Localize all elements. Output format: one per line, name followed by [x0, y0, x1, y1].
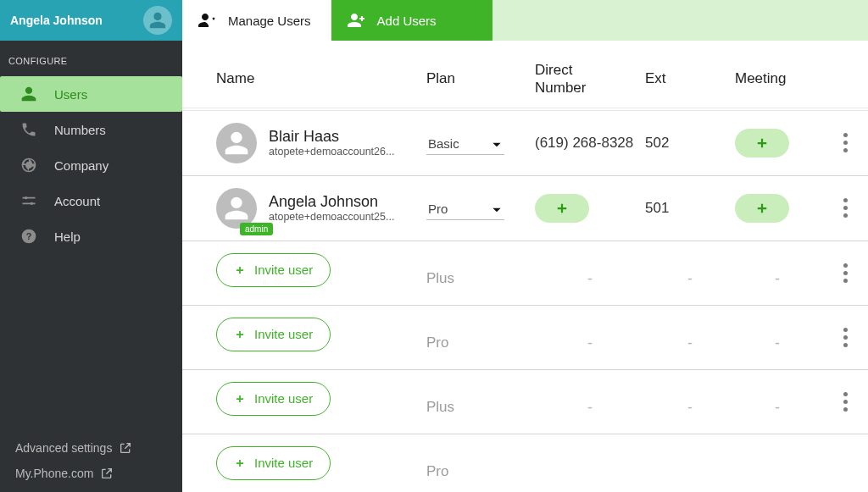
plan-select[interactable]: Basic	[426, 131, 504, 155]
user-icon	[148, 11, 167, 30]
table-header-row: Name Plan DirectNumber Ext Meeting	[182, 41, 868, 108]
current-user-name: Angela Johnson	[10, 14, 103, 27]
plan-value: Basic	[428, 136, 459, 151]
empty-user-row: Invite user Plus - - -	[182, 370, 868, 434]
sidebar-item-account[interactable]: Account	[0, 183, 182, 218]
plan-value: Plus	[426, 382, 535, 416]
user-email: atopete+demoaccount25...	[269, 211, 394, 223]
empty-value: -	[645, 318, 735, 352]
plan-select[interactable]: Pro	[426, 196, 504, 220]
col-meeting: Meeting	[735, 70, 820, 87]
invite-label: Invite user	[254, 327, 313, 341]
current-user-avatar[interactable]	[143, 6, 172, 35]
empty-value: -	[735, 318, 820, 352]
meeting-add-button[interactable]	[735, 129, 789, 158]
user-row: Blair Haas atopete+demoaccount26... Basi…	[182, 110, 868, 176]
users-table: Name Plan DirectNumber Ext Meeting Blair…	[182, 41, 868, 492]
user-cell: Blair Haas atopete+demoaccount26...	[216, 123, 426, 163]
plus-icon	[234, 393, 246, 405]
sidebar-item-help[interactable]: ? Help	[0, 218, 182, 254]
sidebar-item-users[interactable]: Users	[0, 76, 182, 112]
sidebar-item-numbers[interactable]: Numbers	[0, 112, 182, 147]
plan-value: Plus	[426, 253, 535, 287]
user-cell: admin Angela Johnson atopete+demoaccount…	[216, 188, 426, 229]
chevron-down-icon	[491, 139, 503, 151]
row-menu-button[interactable]	[820, 253, 868, 283]
tab-manage-users[interactable]: Manage Users	[182, 0, 331, 41]
empty-value: -	[535, 253, 645, 288]
invite-label: Invite user	[254, 263, 313, 277]
empty-user-row: Invite user Pro - - -	[182, 306, 868, 370]
invite-user-button[interactable]: Invite user	[216, 382, 331, 416]
col-name: Name	[216, 70, 426, 87]
main-area: Manage Users Add Users Name Plan DirectN…	[182, 0, 868, 492]
sidebar-section-title: CONFIGURE	[0, 41, 182, 76]
row-menu-button[interactable]	[820, 318, 868, 347]
plus-icon	[234, 264, 246, 276]
svg-point-1	[31, 202, 33, 205]
sidebar: Angela Johnson CONFIGURE Users Numbers C…	[0, 0, 182, 492]
tab-label: Add Users	[377, 14, 437, 28]
sidebar-item-label: Account	[54, 194, 100, 208]
phone-icon	[19, 121, 39, 138]
row-menu-button[interactable]	[820, 198, 868, 218]
empty-value: -	[535, 318, 645, 352]
user-avatar[interactable]: admin	[216, 188, 257, 229]
plus-icon	[234, 329, 246, 340]
col-ext: Ext	[645, 70, 735, 87]
user-icon	[19, 86, 39, 102]
footer-link-label: My.Phone.com	[15, 467, 93, 480]
svg-text:?: ?	[26, 231, 32, 241]
tab-bar: Manage Users Add Users	[182, 0, 868, 41]
tab-add-users[interactable]: Add Users	[331, 0, 492, 41]
chevron-down-icon	[491, 204, 503, 216]
empty-value	[535, 446, 645, 463]
meeting-add-button[interactable]	[735, 194, 789, 223]
users-gear-icon	[198, 10, 218, 30]
empty-value: -	[645, 253, 735, 288]
external-link-icon	[100, 467, 114, 480]
tab-label: Manage Users	[228, 14, 311, 28]
ext-value: 502	[645, 135, 735, 152]
row-menu-button[interactable]	[820, 382, 868, 412]
empty-value: -	[645, 382, 735, 417]
empty-value: -	[535, 382, 645, 417]
sidebar-header: Angela Johnson	[0, 0, 182, 41]
col-direct-number: DirectNumber	[535, 61, 645, 97]
empty-user-row: Invite user Pro	[182, 434, 868, 493]
invite-user-button[interactable]: Invite user	[216, 446, 331, 480]
sidebar-item-label: Help	[54, 229, 81, 244]
user-name: Angela Johnson	[269, 193, 394, 211]
direct-number-add-button[interactable]	[535, 194, 589, 223]
user-icon	[223, 130, 250, 157]
empty-value	[735, 446, 820, 463]
admin-badge: admin	[240, 223, 273, 235]
sidebar-item-label: Numbers	[54, 123, 106, 137]
sidebar-item-label: Company	[54, 158, 108, 173]
footer-link-label: Advanced settings	[15, 441, 112, 455]
user-plus-icon	[347, 10, 367, 30]
sidebar-item-label: Users	[54, 87, 87, 102]
plus-icon	[234, 457, 246, 469]
plus-icon	[554, 201, 570, 216]
user-icon	[223, 195, 250, 222]
advanced-settings-link[interactable]: Advanced settings	[15, 441, 167, 455]
my-phone-link[interactable]: My.Phone.com	[15, 467, 167, 480]
user-name: Blair Haas	[269, 128, 394, 146]
row-menu-button[interactable]	[820, 133, 868, 152]
external-link-icon	[119, 441, 132, 455]
invite-label: Invite user	[254, 456, 313, 470]
col-plan: Plan	[426, 70, 535, 87]
invite-user-button[interactable]: Invite user	[216, 318, 331, 351]
plan-value: Pro	[428, 202, 448, 216]
user-avatar[interactable]	[216, 123, 257, 163]
direct-number: (619) 268-8328	[535, 135, 645, 152]
plan-value: Pro	[426, 446, 535, 480]
plus-icon	[754, 201, 770, 216]
sidebar-footer: Advanced settings My.Phone.com	[0, 441, 182, 480]
user-row: admin Angela Johnson atopete+demoaccount…	[182, 176, 868, 241]
invite-user-button[interactable]: Invite user	[216, 253, 331, 287]
sidebar-item-company[interactable]: Company	[0, 147, 182, 183]
globe-icon	[19, 157, 39, 174]
invite-label: Invite user	[254, 391, 313, 406]
